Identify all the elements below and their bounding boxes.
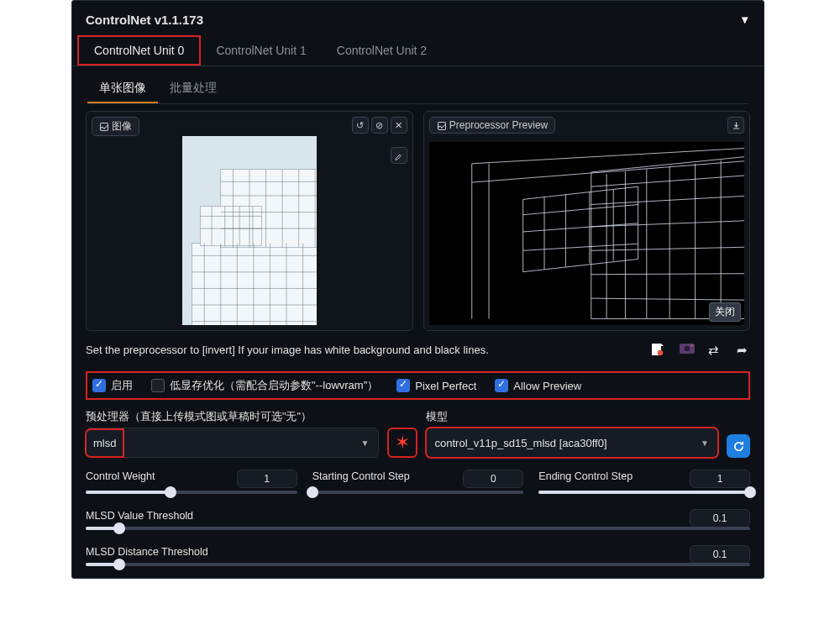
- svg-point-57: [685, 346, 690, 351]
- start-step-slider[interactable]: [312, 491, 524, 494]
- preview-label: Preprocessor Preview: [429, 117, 556, 134]
- new-canvas-icon[interactable]: [651, 343, 664, 356]
- preview-box: Preprocessor Preview: [423, 111, 751, 331]
- tab-unit-2[interactable]: ControlNet Unit 2: [322, 37, 442, 64]
- preview-close-button[interactable]: 关闭: [709, 302, 741, 322]
- value-threshold-slider[interactable]: [86, 527, 750, 530]
- close-icon[interactable]: ✕: [391, 117, 407, 134]
- options-row: 启用 低显存优化（需配合启动参数"--lowvram"） Pixel Perfe…: [86, 371, 750, 400]
- end-step-slider[interactable]: [538, 491, 750, 494]
- weight-slider[interactable]: [86, 491, 297, 494]
- building-illustration: [182, 136, 317, 325]
- end-step-value[interactable]: 1: [690, 470, 750, 488]
- svg-point-58: [691, 344, 693, 346]
- hint-text: Set the preprocessor to [invert] If your…: [86, 344, 489, 356]
- model-select[interactable]: control_v11p_sd15_mlsd [aca30ff0] ▼: [426, 428, 719, 458]
- svg-rect-33: [438, 122, 445, 129]
- allow-preview-checkbox[interactable]: Allow Preview: [495, 379, 581, 392]
- pixel-perfect-checkbox[interactable]: Pixel Perfect: [396, 379, 476, 392]
- start-step-label: Starting Control Step: [312, 470, 410, 482]
- value-threshold-label: MLSD Value Threshold: [86, 510, 193, 522]
- mode-tabs: 单张图像 批量处理: [87, 75, 748, 104]
- tab-single-image[interactable]: 单张图像: [87, 75, 158, 103]
- enable-checkbox[interactable]: 启用: [92, 378, 133, 393]
- chevron-down-icon: ▼: [361, 438, 370, 448]
- distance-threshold-value[interactable]: 0.1: [690, 545, 750, 564]
- tab-batch[interactable]: 批量处理: [158, 75, 228, 103]
- unit-tabs: ControlNet Unit 0 ControlNet Unit 1 Cont…: [72, 35, 764, 66]
- value-threshold-value[interactable]: 0.1: [690, 509, 750, 528]
- start-step-value[interactable]: 0: [463, 470, 523, 488]
- svg-point-55: [658, 350, 664, 356]
- svg-rect-34: [429, 149, 745, 319]
- webcam-icon[interactable]: [680, 343, 693, 356]
- draw-icon[interactable]: [391, 147, 407, 164]
- model-label: 模型: [426, 410, 719, 424]
- end-step-label: Ending Control Step: [538, 470, 633, 482]
- collapse-toggle-icon[interactable]: ▼: [739, 13, 750, 26]
- tab-unit-1[interactable]: ControlNet Unit 1: [201, 37, 321, 64]
- input-image-box[interactable]: 图像 ↺ ⊘ ✕ 怡绘制: [86, 111, 413, 331]
- svg-rect-0: [101, 123, 108, 130]
- input-image-label: 图像: [92, 117, 139, 136]
- refresh-models-button[interactable]: [727, 434, 750, 458]
- distance-threshold-slider[interactable]: [86, 563, 750, 566]
- preprocessor-select[interactable]: mlsd ▼: [86, 428, 379, 458]
- preview-canvas: 关闭: [429, 142, 745, 325]
- run-preprocessor-button[interactable]: ✶: [387, 428, 417, 458]
- clear-icon[interactable]: ⊘: [371, 117, 388, 134]
- panel-title: ControlNet v1.1.173: [86, 13, 203, 27]
- send-icon[interactable]: ➦: [737, 343, 750, 356]
- download-icon[interactable]: [727, 117, 744, 134]
- undo-icon[interactable]: ↺: [352, 117, 369, 134]
- tab-unit-0[interactable]: ControlNet Unit 0: [77, 35, 201, 66]
- controlnet-panel: ControlNet v1.1.173 ▼ ControlNet Unit 0 …: [71, 0, 764, 579]
- chevron-down-icon: ▼: [701, 438, 709, 448]
- swap-icon[interactable]: ⇄: [708, 343, 722, 356]
- preprocessor-label: 预处理器（直接上传模式图或草稿时可选"无"）: [86, 410, 379, 424]
- weight-label: Control Weight: [86, 470, 155, 482]
- source-image: 怡绘制: [182, 136, 317, 325]
- distance-threshold-label: MLSD Distance Threshold: [86, 546, 208, 558]
- weight-value[interactable]: 1: [237, 470, 297, 488]
- lowvram-checkbox[interactable]: 低显存优化（需配合启动参数"--lowvram"）: [151, 378, 378, 393]
